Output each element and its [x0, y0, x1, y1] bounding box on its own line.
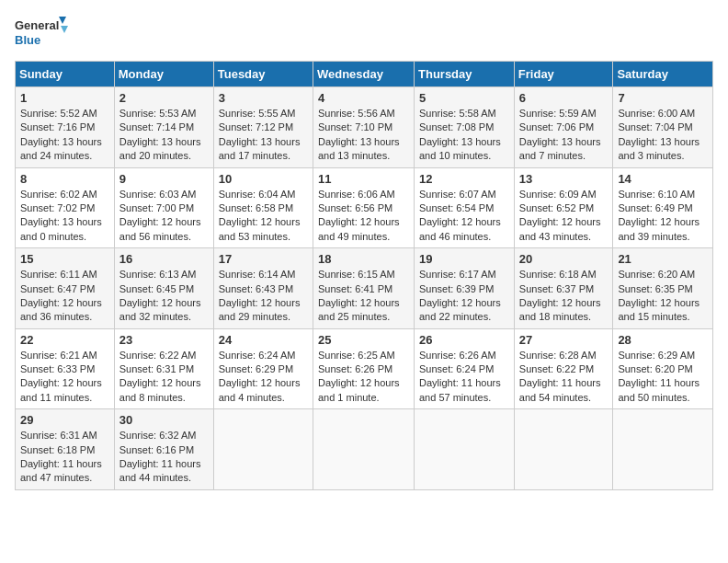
day-number: 23 — [119, 333, 209, 347]
svg-marker-3 — [61, 26, 68, 33]
calendar-table: SundayMondayTuesdayWednesdayThursdayFrid… — [15, 61, 713, 490]
calendar-cell: 12Sunrise: 6:07 AMSunset: 6:54 PMDayligh… — [415, 167, 515, 248]
calendar-week-row: 1Sunrise: 5:52 AMSunset: 7:16 PMDaylight… — [16, 87, 713, 168]
day-number: 1 — [20, 91, 109, 105]
weekday-header: Thursday — [415, 62, 515, 87]
day-info: Sunrise: 6:03 AMSunset: 7:00 PMDaylight:… — [119, 188, 209, 245]
calendar-cell: 6Sunrise: 5:59 AMSunset: 7:06 PMDaylight… — [514, 87, 613, 168]
calendar-cell: 2Sunrise: 5:53 AMSunset: 7:14 PMDaylight… — [114, 87, 213, 168]
calendar-cell: 17Sunrise: 6:14 AMSunset: 6:43 PMDayligh… — [213, 248, 313, 329]
day-info: Sunrise: 6:02 AMSunset: 7:02 PMDaylight:… — [20, 188, 109, 245]
day-info: Sunrise: 6:24 AMSunset: 6:29 PMDaylight:… — [219, 349, 308, 406]
day-info: Sunrise: 6:22 AMSunset: 6:31 PMDaylight:… — [119, 349, 209, 406]
day-number: 18 — [318, 252, 409, 266]
day-info: Sunrise: 6:14 AMSunset: 6:43 PMDaylight:… — [219, 268, 308, 325]
day-info: Sunrise: 6:11 AMSunset: 6:47 PMDaylight:… — [20, 268, 109, 325]
calendar-cell: 8Sunrise: 6:02 AMSunset: 7:02 PMDaylight… — [16, 167, 115, 248]
day-info: Sunrise: 6:31 AMSunset: 6:18 PMDaylight:… — [20, 429, 109, 486]
calendar-cell — [213, 409, 313, 490]
svg-text:Blue: Blue — [15, 33, 40, 47]
day-info: Sunrise: 6:07 AMSunset: 6:54 PMDaylight:… — [419, 188, 509, 245]
day-info: Sunrise: 6:17 AMSunset: 6:39 PMDaylight:… — [419, 268, 509, 325]
day-info: Sunrise: 6:25 AMSunset: 6:26 PMDaylight:… — [318, 349, 409, 406]
day-number: 27 — [519, 333, 609, 347]
calendar-cell: 23Sunrise: 6:22 AMSunset: 6:31 PMDayligh… — [114, 328, 213, 409]
calendar-cell: 14Sunrise: 6:10 AMSunset: 6:49 PMDayligh… — [613, 167, 713, 248]
weekday-header: Friday — [514, 62, 613, 87]
day-number: 17 — [219, 252, 308, 266]
day-info: Sunrise: 6:00 AMSunset: 7:04 PMDaylight:… — [618, 107, 708, 164]
day-info: Sunrise: 6:29 AMSunset: 6:20 PMDaylight:… — [618, 349, 708, 406]
calendar-cell: 7Sunrise: 6:00 AMSunset: 7:04 PMDaylight… — [613, 87, 713, 168]
day-info: Sunrise: 6:04 AMSunset: 6:58 PMDaylight:… — [219, 188, 308, 245]
day-number: 6 — [519, 91, 609, 105]
calendar-cell: 18Sunrise: 6:15 AMSunset: 6:41 PMDayligh… — [313, 248, 414, 329]
day-number: 26 — [419, 333, 509, 347]
day-number: 15 — [20, 252, 109, 266]
svg-marker-2 — [59, 17, 66, 24]
day-info: Sunrise: 6:06 AMSunset: 6:56 PMDaylight:… — [318, 188, 409, 245]
calendar-cell: 10Sunrise: 6:04 AMSunset: 6:58 PMDayligh… — [213, 167, 313, 248]
day-number: 12 — [419, 172, 509, 186]
day-info: Sunrise: 5:55 AMSunset: 7:12 PMDaylight:… — [219, 107, 308, 164]
calendar-cell: 30Sunrise: 6:32 AMSunset: 6:16 PMDayligh… — [114, 409, 213, 490]
day-number: 16 — [119, 252, 209, 266]
day-number: 13 — [519, 172, 609, 186]
weekday-header: Tuesday — [213, 62, 313, 87]
day-info: Sunrise: 5:53 AMSunset: 7:14 PMDaylight:… — [119, 107, 209, 164]
calendar-cell: 29Sunrise: 6:31 AMSunset: 6:18 PMDayligh… — [16, 409, 115, 490]
day-number: 11 — [318, 172, 409, 186]
day-info: Sunrise: 6:32 AMSunset: 6:16 PMDaylight:… — [119, 429, 209, 486]
calendar-cell: 16Sunrise: 6:13 AMSunset: 6:45 PMDayligh… — [114, 248, 213, 329]
day-number: 29 — [20, 413, 109, 427]
day-number: 20 — [519, 252, 609, 266]
calendar-week-row: 22Sunrise: 6:21 AMSunset: 6:33 PMDayligh… — [16, 328, 713, 409]
calendar-cell: 22Sunrise: 6:21 AMSunset: 6:33 PMDayligh… — [16, 328, 115, 409]
calendar-cell: 11Sunrise: 6:06 AMSunset: 6:56 PMDayligh… — [313, 167, 414, 248]
day-number: 14 — [618, 172, 708, 186]
day-info: Sunrise: 5:52 AMSunset: 7:16 PMDaylight:… — [20, 107, 109, 164]
day-number: 2 — [119, 91, 209, 105]
day-info: Sunrise: 5:59 AMSunset: 7:06 PMDaylight:… — [519, 107, 609, 164]
day-info: Sunrise: 5:58 AMSunset: 7:08 PMDaylight:… — [419, 107, 509, 164]
calendar-week-row: 29Sunrise: 6:31 AMSunset: 6:18 PMDayligh… — [16, 409, 713, 490]
day-number: 22 — [20, 333, 109, 347]
day-info: Sunrise: 6:28 AMSunset: 6:22 PMDaylight:… — [519, 349, 609, 406]
calendar-cell: 24Sunrise: 6:24 AMSunset: 6:29 PMDayligh… — [213, 328, 313, 409]
day-number: 4 — [318, 91, 409, 105]
day-number: 8 — [20, 172, 109, 186]
day-info: Sunrise: 6:26 AMSunset: 6:24 PMDaylight:… — [419, 349, 509, 406]
calendar-cell: 4Sunrise: 5:56 AMSunset: 7:10 PMDaylight… — [313, 87, 414, 168]
day-number: 3 — [219, 91, 308, 105]
day-info: Sunrise: 6:15 AMSunset: 6:41 PMDaylight:… — [318, 268, 409, 325]
calendar-cell: 19Sunrise: 6:17 AMSunset: 6:39 PMDayligh… — [415, 248, 515, 329]
day-number: 28 — [618, 333, 708, 347]
day-number: 25 — [318, 333, 409, 347]
weekday-header: Wednesday — [313, 62, 414, 87]
day-number: 7 — [618, 91, 708, 105]
logo-svg: General Blue — [15, 15, 70, 53]
calendar-cell: 27Sunrise: 6:28 AMSunset: 6:22 PMDayligh… — [514, 328, 613, 409]
calendar-cell: 9Sunrise: 6:03 AMSunset: 7:00 PMDaylight… — [114, 167, 213, 248]
calendar-cell: 15Sunrise: 6:11 AMSunset: 6:47 PMDayligh… — [16, 248, 115, 329]
calendar-week-row: 15Sunrise: 6:11 AMSunset: 6:47 PMDayligh… — [16, 248, 713, 329]
calendar-week-row: 8Sunrise: 6:02 AMSunset: 7:02 PMDaylight… — [16, 167, 713, 248]
day-info: Sunrise: 6:09 AMSunset: 6:52 PMDaylight:… — [519, 188, 609, 245]
calendar-header: SundayMondayTuesdayWednesdayThursdayFrid… — [16, 62, 713, 87]
calendar-cell: 20Sunrise: 6:18 AMSunset: 6:37 PMDayligh… — [514, 248, 613, 329]
day-info: Sunrise: 6:21 AMSunset: 6:33 PMDaylight:… — [20, 349, 109, 406]
weekday-header: Saturday — [613, 62, 713, 87]
calendar-cell: 13Sunrise: 6:09 AMSunset: 6:52 PMDayligh… — [514, 167, 613, 248]
calendar-cell: 26Sunrise: 6:26 AMSunset: 6:24 PMDayligh… — [415, 328, 515, 409]
day-info: Sunrise: 6:13 AMSunset: 6:45 PMDaylight:… — [119, 268, 209, 325]
weekday-header: Sunday — [16, 62, 115, 87]
day-number: 21 — [618, 252, 708, 266]
calendar-cell: 3Sunrise: 5:55 AMSunset: 7:12 PMDaylight… — [213, 87, 313, 168]
day-number: 5 — [419, 91, 509, 105]
day-info: Sunrise: 6:20 AMSunset: 6:35 PMDaylight:… — [618, 268, 708, 325]
calendar-cell: 28Sunrise: 6:29 AMSunset: 6:20 PMDayligh… — [613, 328, 713, 409]
calendar-cell: 1Sunrise: 5:52 AMSunset: 7:16 PMDaylight… — [16, 87, 115, 168]
calendar-cell — [313, 409, 414, 490]
day-number: 10 — [219, 172, 308, 186]
day-number: 19 — [419, 252, 509, 266]
